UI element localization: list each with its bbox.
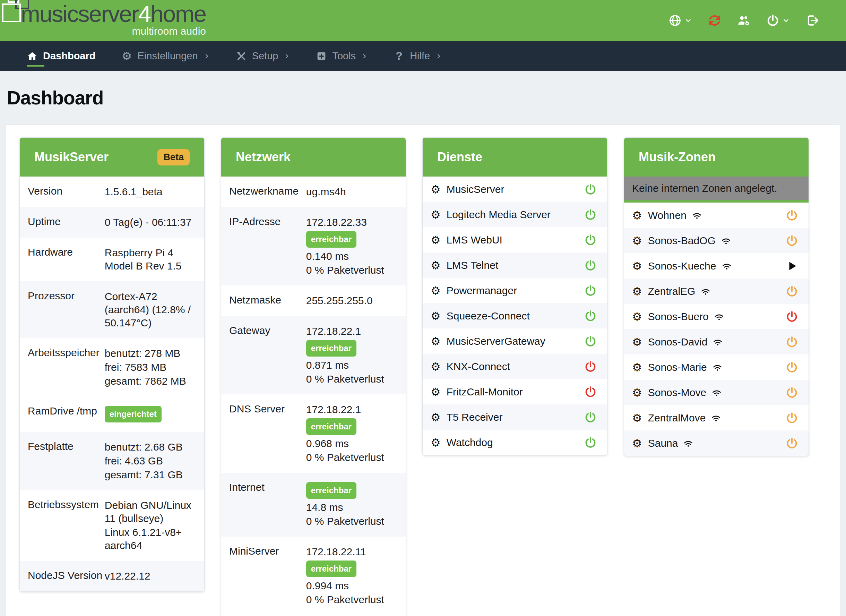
users-button[interactable] <box>737 14 750 27</box>
card-dienste-header: Dienste <box>423 138 607 176</box>
info-label: DNS Server <box>221 402 306 465</box>
power-button[interactable] <box>584 234 597 246</box>
gear-icon[interactable]: ⚙ <box>430 336 441 347</box>
power-button[interactable] <box>786 412 798 424</box>
info-label: RamDrive /tmp <box>20 404 105 424</box>
power-button[interactable] <box>584 411 597 423</box>
gear-icon[interactable]: ⚙ <box>632 362 642 373</box>
wifi-icon <box>692 210 702 221</box>
wifi-icon <box>711 413 721 423</box>
power-button[interactable] <box>786 285 798 298</box>
power-button[interactable] <box>584 259 597 272</box>
service-name: Watchdog <box>446 437 493 448</box>
power-button[interactable] <box>584 360 597 373</box>
power-button[interactable] <box>584 209 597 221</box>
power-button[interactable] <box>786 361 798 373</box>
power-button[interactable] <box>786 336 798 348</box>
zone-row: ⚙Sonos-Kueche <box>624 253 809 278</box>
gear-icon[interactable]: ⚙ <box>430 361 441 372</box>
wifi-icon <box>721 261 732 271</box>
service-row: ⚙Logitech Media Server <box>423 202 607 227</box>
power-button[interactable] <box>786 310 798 323</box>
value-text: Linux 6.1.21-v8+ aarch64 <box>105 526 199 552</box>
nav-item-hilfe[interactable]: ?Hilfe <box>381 41 455 71</box>
wifi-icon <box>714 312 724 322</box>
power-button[interactable] <box>584 183 597 196</box>
brand[interactable]: musicserver4home multiroom audio <box>21 2 206 37</box>
value-text: 0 % Paketverlust <box>306 515 401 528</box>
play-icon[interactable] <box>786 260 798 272</box>
zone-row: ⚙Sonos-BadOG <box>624 228 809 253</box>
service-name: FritzCall-Monitor <box>446 386 523 398</box>
power-button[interactable] <box>584 284 597 297</box>
wifi-icon <box>712 362 723 372</box>
service-name: T5 Receiver <box>446 412 503 423</box>
gear-icon[interactable]: ⚙ <box>430 412 441 423</box>
gear-icon[interactable]: ⚙ <box>430 234 441 246</box>
nav-item-tools[interactable]: Tools <box>303 41 381 71</box>
service-row: ⚙LMS Telnet <box>423 253 607 278</box>
zone-name: Sonos-Move <box>648 387 706 398</box>
power-button[interactable] <box>786 234 798 247</box>
gear-icon[interactable]: ⚙ <box>430 310 441 322</box>
power-button[interactable] <box>584 436 597 449</box>
power-button[interactable] <box>786 209 798 222</box>
language-globe-button[interactable] <box>668 14 692 27</box>
zone-row: ⚙Sonos-Buero <box>624 304 809 329</box>
service-name: MusicServerGateway <box>446 335 545 347</box>
beta-badge: Beta <box>157 149 189 165</box>
service-name: KNX-Connect <box>446 361 510 372</box>
wifi-icon <box>721 235 731 246</box>
nav-item-einstellungen[interactable]: ⚙Einstellungen <box>108 41 223 71</box>
header-actions <box>668 0 819 41</box>
info-value: eingerichtet <box>105 404 204 424</box>
info-row: Netzwerknameug.ms4h <box>221 176 406 207</box>
zone-row: ⚙Sonos-Marie <box>624 354 809 380</box>
gear-icon[interactable]: ⚙ <box>632 260 642 272</box>
power-menu-button[interactable] <box>766 14 790 27</box>
card-title: MusikServer <box>34 150 109 165</box>
gear-icon[interactable]: ⚙ <box>430 387 441 397</box>
gear-icon[interactable]: ⚙ <box>632 337 642 347</box>
logout-button[interactable] <box>806 14 819 27</box>
info-label: Hardware <box>20 246 105 273</box>
gear-icon[interactable]: ⚙ <box>632 387 642 398</box>
gear-icon[interactable]: ⚙ <box>430 285 441 296</box>
power-button[interactable] <box>584 335 597 347</box>
info-value: erreichbar14.8 ms0 % Paketverlust <box>306 481 406 529</box>
globe-icon <box>668 14 682 27</box>
gear-icon[interactable]: ⚙ <box>632 235 642 246</box>
gear-icon[interactable]: ⚙ <box>632 311 642 322</box>
refresh-button[interactable] <box>708 14 721 27</box>
gear-icon[interactable]: ⚙ <box>430 209 441 220</box>
service-name: Squeeze-Connect <box>446 310 530 322</box>
power-button[interactable] <box>584 386 597 398</box>
gear-icon[interactable]: ⚙ <box>430 437 441 448</box>
value-text: 0.140 ms <box>306 250 401 263</box>
value-text: 172.18.22.33 <box>306 216 401 229</box>
power-button[interactable] <box>786 387 798 399</box>
power-button[interactable] <box>786 437 798 450</box>
gear-icon[interactable]: ⚙ <box>632 412 642 423</box>
card-title: Dienste <box>437 150 482 165</box>
page-title: Dashboard <box>7 87 846 109</box>
info-label: IP-Adresse <box>221 215 306 278</box>
info-value: 255.255.255.0 <box>306 293 406 308</box>
gear-icon[interactable]: ⚙ <box>632 438 642 449</box>
nav-item-setup[interactable]: Setup <box>223 41 303 71</box>
card-musik-zonen-header: Musik-Zonen <box>624 138 809 176</box>
info-label: Prozessor <box>20 289 105 330</box>
info-value: benutzt: 278 MBfrei: 7583 MBgesamt: 7862… <box>105 346 204 388</box>
nav-item-label: Einstellungen <box>137 50 198 62</box>
gear-icon[interactable]: ⚙ <box>632 210 642 221</box>
service-name: Logitech Media Server <box>446 209 551 221</box>
service-name: MusicServer <box>446 184 504 195</box>
gear-icon[interactable]: ⚙ <box>430 184 441 195</box>
power-button[interactable] <box>584 310 597 322</box>
nav-item-dashboard[interactable]: Dashboard <box>14 41 108 71</box>
status-badge: erreichbar <box>306 560 357 577</box>
gear-icon[interactable]: ⚙ <box>632 286 642 297</box>
refresh-icon <box>708 14 721 27</box>
card-musikserver-header: MusikServer Beta <box>20 138 204 176</box>
gear-icon[interactable]: ⚙ <box>430 260 441 271</box>
